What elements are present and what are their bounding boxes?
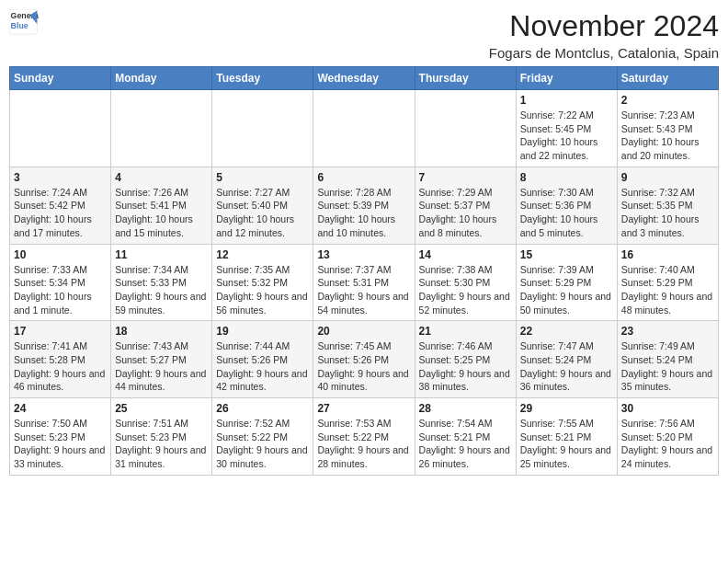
- day-info: Sunrise: 7:50 AM Sunset: 5:23 PM Dayligh…: [14, 417, 107, 471]
- col-wednesday: Wednesday: [313, 67, 415, 90]
- calendar-week-1: 3Sunrise: 7:24 AM Sunset: 5:42 PM Daylig…: [10, 167, 719, 244]
- day-number: 29: [520, 402, 613, 415]
- calendar-cell: 14Sunrise: 7:38 AM Sunset: 5:30 PM Dayli…: [415, 244, 516, 321]
- day-number: 30: [621, 402, 714, 415]
- page-header: General Blue November 2024 Fogars de Mon…: [9, 9, 719, 61]
- calendar-cell: [111, 90, 212, 167]
- day-number: 22: [520, 325, 613, 338]
- day-info: Sunrise: 7:39 AM Sunset: 5:29 PM Dayligh…: [520, 263, 613, 317]
- day-number: 17: [14, 325, 107, 338]
- calendar-cell: 10Sunrise: 7:33 AM Sunset: 5:34 PM Dayli…: [10, 244, 111, 321]
- calendar-week-2: 10Sunrise: 7:33 AM Sunset: 5:34 PM Dayli…: [10, 244, 719, 321]
- calendar-cell: 19Sunrise: 7:44 AM Sunset: 5:26 PM Dayli…: [212, 321, 313, 398]
- day-number: 5: [216, 171, 309, 184]
- day-number: 27: [317, 402, 410, 415]
- calendar-cell: [212, 90, 313, 167]
- col-sunday: Sunday: [10, 67, 111, 90]
- day-number: 14: [419, 248, 512, 261]
- calendar-cell: 5Sunrise: 7:27 AM Sunset: 5:40 PM Daylig…: [212, 167, 313, 244]
- day-number: 24: [14, 402, 107, 415]
- logo-icon: General Blue: [9, 9, 39, 35]
- calendar-cell: 25Sunrise: 7:51 AM Sunset: 5:23 PM Dayli…: [111, 398, 212, 476]
- calendar-cell: 20Sunrise: 7:45 AM Sunset: 5:26 PM Dayli…: [313, 321, 415, 398]
- day-number: 15: [520, 248, 613, 261]
- day-info: Sunrise: 7:23 AM Sunset: 5:43 PM Dayligh…: [621, 109, 714, 163]
- location: Fogars de Montclus, Catalonia, Spain: [489, 45, 719, 61]
- day-number: 3: [14, 171, 107, 184]
- day-info: Sunrise: 7:33 AM Sunset: 5:34 PM Dayligh…: [14, 263, 107, 317]
- day-number: 16: [621, 248, 714, 261]
- calendar-cell: 11Sunrise: 7:34 AM Sunset: 5:33 PM Dayli…: [111, 244, 212, 321]
- day-info: Sunrise: 7:52 AM Sunset: 5:22 PM Dayligh…: [216, 417, 309, 471]
- calendar-cell: 12Sunrise: 7:35 AM Sunset: 5:32 PM Dayli…: [212, 244, 313, 321]
- day-info: Sunrise: 7:27 AM Sunset: 5:40 PM Dayligh…: [216, 186, 309, 240]
- calendar-cell: 18Sunrise: 7:43 AM Sunset: 5:27 PM Dayli…: [111, 321, 212, 398]
- day-info: Sunrise: 7:40 AM Sunset: 5:29 PM Dayligh…: [621, 263, 714, 317]
- col-thursday: Thursday: [415, 67, 516, 90]
- calendar-header-row: Sunday Monday Tuesday Wednesday Thursday…: [10, 67, 719, 90]
- calendar-cell: 9Sunrise: 7:32 AM Sunset: 5:35 PM Daylig…: [617, 167, 718, 244]
- day-info: Sunrise: 7:47 AM Sunset: 5:24 PM Dayligh…: [520, 339, 613, 394]
- day-info: Sunrise: 7:56 AM Sunset: 5:20 PM Dayligh…: [621, 417, 714, 471]
- day-info: Sunrise: 7:46 AM Sunset: 5:25 PM Dayligh…: [419, 339, 512, 394]
- day-info: Sunrise: 7:37 AM Sunset: 5:31 PM Dayligh…: [317, 263, 410, 317]
- calendar-cell: [415, 90, 516, 167]
- calendar-cell: 2Sunrise: 7:23 AM Sunset: 5:43 PM Daylig…: [617, 90, 718, 167]
- calendar-cell: 26Sunrise: 7:52 AM Sunset: 5:22 PM Dayli…: [212, 398, 313, 476]
- col-monday: Monday: [111, 67, 212, 90]
- day-number: 11: [115, 248, 208, 261]
- day-number: 23: [621, 325, 714, 338]
- day-info: Sunrise: 7:29 AM Sunset: 5:37 PM Dayligh…: [419, 186, 512, 240]
- col-saturday: Saturday: [617, 67, 718, 90]
- day-info: Sunrise: 7:35 AM Sunset: 5:32 PM Dayligh…: [216, 263, 309, 317]
- day-number: 9: [621, 171, 714, 184]
- logo: General Blue: [9, 9, 39, 35]
- day-number: 12: [216, 248, 309, 261]
- calendar-cell: 13Sunrise: 7:37 AM Sunset: 5:31 PM Dayli…: [313, 244, 415, 321]
- calendar-cell: 24Sunrise: 7:50 AM Sunset: 5:23 PM Dayli…: [10, 398, 111, 476]
- calendar-cell: [313, 90, 415, 167]
- col-tuesday: Tuesday: [212, 67, 313, 90]
- day-number: 10: [14, 248, 107, 261]
- calendar-cell: 30Sunrise: 7:56 AM Sunset: 5:20 PM Dayli…: [617, 398, 718, 476]
- day-info: Sunrise: 7:45 AM Sunset: 5:26 PM Dayligh…: [317, 339, 410, 394]
- day-number: 18: [115, 325, 208, 338]
- day-info: Sunrise: 7:54 AM Sunset: 5:21 PM Dayligh…: [419, 417, 512, 471]
- day-number: 21: [419, 325, 512, 338]
- day-info: Sunrise: 7:53 AM Sunset: 5:22 PM Dayligh…: [317, 417, 410, 471]
- title-block: November 2024 Fogars de Montclus, Catalo…: [489, 9, 719, 61]
- calendar-cell: 4Sunrise: 7:26 AM Sunset: 5:41 PM Daylig…: [111, 167, 212, 244]
- day-number: 25: [115, 402, 208, 415]
- calendar-cell: 22Sunrise: 7:47 AM Sunset: 5:24 PM Dayli…: [516, 321, 617, 398]
- calendar-cell: 6Sunrise: 7:28 AM Sunset: 5:39 PM Daylig…: [313, 167, 415, 244]
- day-info: Sunrise: 7:24 AM Sunset: 5:42 PM Dayligh…: [14, 186, 107, 240]
- calendar-week-3: 17Sunrise: 7:41 AM Sunset: 5:28 PM Dayli…: [10, 321, 719, 398]
- day-info: Sunrise: 7:38 AM Sunset: 5:30 PM Dayligh…: [419, 263, 512, 317]
- day-info: Sunrise: 7:55 AM Sunset: 5:21 PM Dayligh…: [520, 417, 613, 471]
- day-number: 28: [419, 402, 512, 415]
- day-info: Sunrise: 7:44 AM Sunset: 5:26 PM Dayligh…: [216, 339, 309, 394]
- calendar-table: Sunday Monday Tuesday Wednesday Thursday…: [9, 66, 719, 476]
- calendar-cell: 7Sunrise: 7:29 AM Sunset: 5:37 PM Daylig…: [415, 167, 516, 244]
- day-info: Sunrise: 7:49 AM Sunset: 5:24 PM Dayligh…: [621, 339, 714, 394]
- day-number: 13: [317, 248, 410, 261]
- month-title: November 2024: [489, 9, 719, 43]
- day-number: 26: [216, 402, 309, 415]
- calendar-cell: 27Sunrise: 7:53 AM Sunset: 5:22 PM Dayli…: [313, 398, 415, 476]
- calendar-cell: 28Sunrise: 7:54 AM Sunset: 5:21 PM Dayli…: [415, 398, 516, 476]
- day-number: 7: [419, 171, 512, 184]
- day-number: 2: [621, 94, 714, 107]
- calendar-cell: 23Sunrise: 7:49 AM Sunset: 5:24 PM Dayli…: [617, 321, 718, 398]
- day-info: Sunrise: 7:32 AM Sunset: 5:35 PM Dayligh…: [621, 186, 714, 240]
- day-info: Sunrise: 7:30 AM Sunset: 5:36 PM Dayligh…: [520, 186, 613, 240]
- calendar-week-0: 1Sunrise: 7:22 AM Sunset: 5:45 PM Daylig…: [10, 90, 719, 167]
- calendar-cell: 15Sunrise: 7:39 AM Sunset: 5:29 PM Dayli…: [516, 244, 617, 321]
- calendar-cell: 21Sunrise: 7:46 AM Sunset: 5:25 PM Dayli…: [415, 321, 516, 398]
- day-number: 4: [115, 171, 208, 184]
- calendar-cell: 8Sunrise: 7:30 AM Sunset: 5:36 PM Daylig…: [516, 167, 617, 244]
- day-number: 1: [520, 94, 613, 107]
- col-friday: Friday: [516, 67, 617, 90]
- day-info: Sunrise: 7:26 AM Sunset: 5:41 PM Dayligh…: [115, 186, 208, 240]
- day-info: Sunrise: 7:43 AM Sunset: 5:27 PM Dayligh…: [115, 339, 208, 394]
- calendar-week-4: 24Sunrise: 7:50 AM Sunset: 5:23 PM Dayli…: [10, 398, 719, 476]
